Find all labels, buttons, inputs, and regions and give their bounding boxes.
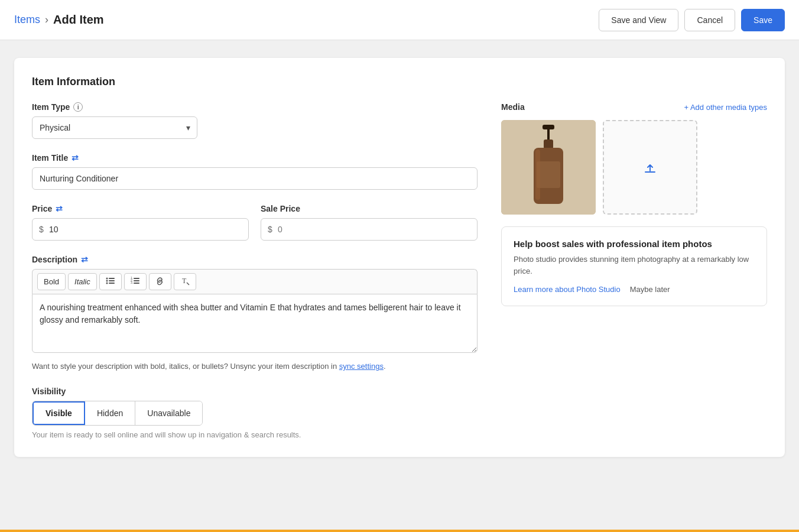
media-images [501, 120, 767, 215]
main-content: Item Information Item Type i Physical Di… [0, 40, 799, 475]
svg-text:3.: 3. [131, 281, 133, 284]
learn-more-link[interactable]: Learn more about Photo Studio [514, 285, 621, 294]
price-label: Price ⇄ [32, 204, 249, 213]
form-right: Media + Add other media types [501, 102, 767, 439]
sale-price-group: Sale Price $ [261, 204, 478, 241]
description-hint: Want to style your description with bold… [32, 361, 478, 372]
photo-studio-card: Help boost sales with professional item … [501, 226, 767, 306]
svg-point-0 [106, 278, 108, 280]
sale-price-input[interactable] [261, 218, 478, 241]
description-textarea[interactable]: A nourishing treatment enhanced with she… [32, 294, 478, 353]
item-title-input[interactable] [32, 167, 478, 190]
svg-rect-3 [109, 280, 115, 281]
price-row: Price ⇄ $ Sale Price $ [32, 204, 478, 241]
sale-price-label: Sale Price [261, 204, 478, 213]
item-title-label: Item Title ⇄ [32, 153, 478, 163]
price-input[interactable] [32, 218, 249, 241]
description-label: Description ⇄ [32, 255, 478, 264]
media-title: Media [501, 102, 525, 112]
description-group: Description ⇄ Bold Italic 1.2.3. [32, 255, 478, 372]
photo-studio-actions: Learn more about Photo Studio Maybe late… [514, 285, 755, 294]
visibility-hint: Your item is ready to sell online and wi… [32, 430, 478, 439]
breadcrumb: Items › Add Item [14, 13, 599, 27]
price-prefix: $ [39, 225, 44, 234]
upload-placeholder[interactable] [603, 120, 697, 215]
svg-point-2 [106, 280, 108, 282]
svg-rect-1 [109, 278, 115, 279]
save-button[interactable]: Save [741, 9, 785, 31]
media-section: Media + Add other media types [501, 102, 767, 215]
sync-settings-link[interactable]: sync settings [339, 362, 384, 371]
photo-studio-description: Photo studio provides stunning item phot… [514, 254, 755, 277]
breadcrumb-separator: › [45, 14, 48, 26]
svg-text:T: T [182, 277, 187, 285]
photo-studio-title: Help boost sales with professional item … [514, 239, 755, 249]
visibility-label: Visibility [32, 387, 478, 396]
sale-price-input-wrapper: $ [261, 218, 478, 241]
bullet-list-button[interactable] [99, 273, 122, 290]
item-type-select-wrapper: Physical Digital Service ▾ [32, 116, 197, 139]
add-media-link[interactable]: + Add other media types [684, 103, 767, 112]
svg-point-4 [106, 283, 108, 284]
section-title: Item Information [32, 76, 767, 88]
upload-icon [641, 158, 660, 177]
description-sync-icon[interactable]: ⇄ [81, 255, 88, 264]
price-input-wrapper: $ [32, 218, 249, 241]
item-type-label: Item Type i [32, 102, 478, 112]
bold-button[interactable]: Bold [37, 273, 66, 290]
ordered-list-button[interactable]: 1.2.3. [124, 273, 147, 290]
item-type-group: Item Type i Physical Digital Service ▾ [32, 102, 478, 139]
visibility-tabs: Visible Hidden Unavailable [32, 401, 203, 426]
visibility-group: Visibility Visible Hidden Unavailable Yo… [32, 387, 478, 439]
price-group: Price ⇄ $ [32, 204, 249, 241]
svg-line-13 [187, 283, 189, 285]
clear-format-button[interactable]: T [174, 273, 196, 290]
price-sync-icon[interactable]: ⇄ [56, 204, 63, 213]
svg-rect-11 [134, 283, 139, 284]
item-type-select[interactable]: Physical Digital Service [32, 116, 197, 139]
visibility-tab-visible[interactable]: Visible [33, 401, 85, 425]
italic-button[interactable]: Italic [68, 273, 97, 290]
page-title: Add Item [53, 13, 104, 27]
form-card: Item Information Item Type i Physical Di… [14, 58, 785, 457]
svg-rect-7 [134, 278, 139, 279]
svg-rect-16 [543, 125, 554, 129]
visibility-tab-hidden[interactable]: Hidden [85, 401, 135, 425]
item-title-group: Item Title ⇄ [32, 153, 478, 190]
sync-icon[interactable]: ⇄ [72, 153, 79, 163]
app-header: Items › Add Item Save and View Cancel Sa… [0, 0, 799, 40]
svg-rect-5 [109, 283, 115, 284]
media-header: Media + Add other media types [501, 102, 767, 112]
description-toolbar: Bold Italic 1.2.3. T [32, 269, 478, 294]
link-button[interactable] [149, 273, 171, 290]
save-and-view-button[interactable]: Save and View [599, 9, 678, 31]
sale-price-prefix: $ [268, 225, 272, 234]
visibility-tab-unavailable[interactable]: Unavailable [135, 401, 202, 425]
svg-rect-20 [535, 150, 540, 200]
cancel-button[interactable]: Cancel [684, 9, 735, 31]
product-image[interactable] [501, 120, 596, 215]
form-layout: Item Type i Physical Digital Service ▾ [32, 102, 767, 439]
form-left: Item Type i Physical Digital Service ▾ [32, 102, 478, 439]
maybe-later-button[interactable]: Maybe later [630, 285, 670, 294]
item-type-info-icon[interactable]: i [73, 102, 83, 112]
header-actions: Save and View Cancel Save [599, 9, 785, 31]
breadcrumb-items-link[interactable]: Items [14, 14, 40, 26]
svg-rect-9 [134, 280, 139, 281]
svg-rect-17 [544, 140, 553, 149]
